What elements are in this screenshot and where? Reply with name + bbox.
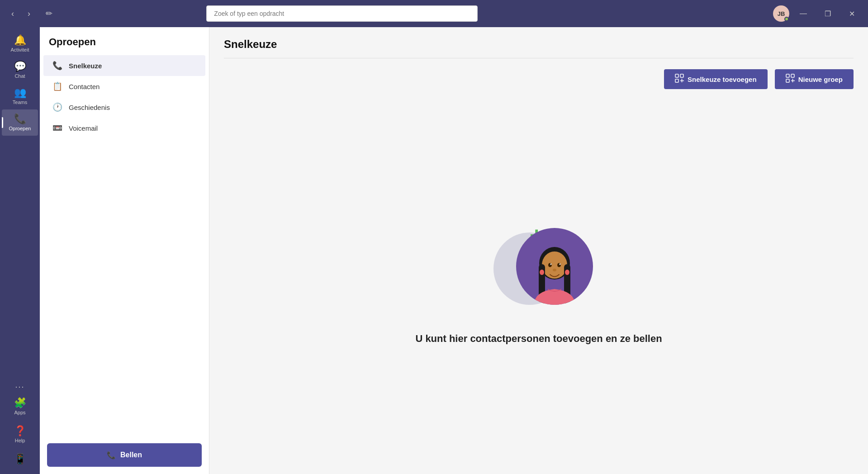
sidebar-item-device[interactable]: 📱 [2, 450, 38, 469]
close-button[interactable]: ✕ [842, 6, 863, 21]
help-icon: ❓ [14, 426, 26, 436]
oproepen-label: Oproepen [9, 126, 31, 131]
svg-rect-2 [675, 79, 678, 82]
svg-rect-0 [675, 74, 678, 77]
contacten-label: Contacten [69, 83, 100, 90]
main-content: Snelkeuze Snelkeuze toevoegen [209, 27, 868, 474]
menu-item-geschiedenis[interactable]: 🕐 Geschiedenis [43, 97, 205, 118]
forward-button[interactable]: › [22, 6, 36, 21]
title-bar: ‹ › ✏ JB — ❐ ✕ [0, 0, 868, 27]
svg-point-15 [565, 270, 569, 275]
phone-icon: 📞 [52, 61, 62, 71]
add-snelkeuze-icon [675, 74, 684, 85]
compose-button[interactable]: ✏ [42, 6, 56, 21]
nieuwe-groep-label: Nieuwe groep [798, 76, 843, 83]
geschiedenis-label: Geschiedenis [69, 104, 110, 111]
menu-item-contacten[interactable]: 📋 Contacten [43, 76, 205, 97]
apps-icon: 🧩 [14, 398, 26, 408]
content-header: Snelkeuze [209, 27, 868, 51]
voicemail-label: Voicemail [69, 124, 98, 132]
empty-illustration: + [484, 219, 593, 318]
add-groep-icon [786, 74, 795, 85]
bellen-button[interactable]: 📞 Bellen [47, 443, 202, 467]
device-icon: 📱 [14, 454, 26, 464]
svg-point-11 [542, 251, 567, 279]
icon-nav: 🔔 Activiteit 💬 Chat 👥 Teams 📞 Oproepen .… [0, 27, 40, 474]
help-label: Help [15, 438, 25, 443]
sidebar-item-teams[interactable]: 👥 Teams [2, 83, 38, 109]
title-bar-right: JB — ❐ ✕ [773, 5, 863, 22]
voicemail-icon: 📼 [52, 123, 62, 133]
content-actions: Snelkeuze toevoegen Nieuwe groep [209, 58, 868, 89]
nav-bottom: 🧩 Apps ❓ Help 📱 [2, 393, 38, 474]
bellen-label: Bellen [120, 451, 142, 459]
svg-rect-1 [680, 74, 683, 77]
sidebar-item-activiteit[interactable]: 🔔 Activiteit [2, 31, 38, 57]
svg-rect-7 [786, 79, 789, 82]
geschiedenis-icon: 🕐 [52, 102, 62, 112]
empty-state: + [209, 89, 868, 474]
teams-label: Teams [13, 100, 27, 105]
sidebar-item-apps[interactable]: 🧩 Apps [2, 393, 38, 420]
back-button[interactable]: ‹ [5, 6, 20, 21]
bell-icon: 🔔 [14, 35, 26, 45]
sidebar-title: Oproepen [40, 27, 209, 55]
snelkeuze-toevoegen-label: Snelkeuze toevoegen [688, 76, 757, 83]
nav-buttons: ‹ › [5, 6, 36, 21]
svg-point-14 [540, 270, 544, 275]
sidebar-footer: 📞 Bellen [40, 436, 209, 474]
avatar[interactable]: JB [773, 5, 789, 22]
phone-bellen-icon: 📞 [107, 451, 116, 460]
svg-point-18 [550, 263, 552, 265]
svg-rect-5 [786, 74, 789, 77]
svg-point-19 [560, 263, 561, 265]
page-title: Snelkeuze [224, 38, 854, 51]
contacten-icon: 📋 [52, 81, 62, 91]
menu-item-voicemail[interactable]: 📼 Voicemail [43, 118, 205, 138]
snelkeuze-label: Snelkeuze [69, 62, 102, 70]
chat-label: Chat [14, 73, 25, 79]
apps-label: Apps [14, 410, 25, 415]
chat-icon: 💬 [14, 62, 26, 71]
svg-rect-6 [791, 74, 794, 77]
nieuwe-groep-button[interactable]: Nieuwe groep [775, 69, 854, 89]
second-sidebar: Oproepen 📞 Snelkeuze 📋 Contacten 🕐 Gesch… [40, 27, 209, 474]
search-bar [206, 5, 478, 22]
front-circle [516, 228, 593, 305]
teams-icon: 👥 [14, 88, 26, 98]
avatar-status [784, 17, 789, 21]
activiteit-label: Activiteit [11, 47, 29, 52]
search-input[interactable] [206, 5, 478, 22]
sidebar-item-oproepen[interactable]: 📞 Oproepen [2, 109, 38, 136]
snelkeuze-toevoegen-button[interactable]: Snelkeuze toevoegen [664, 69, 768, 89]
oproepen-icon: 📞 [14, 114, 26, 124]
sidebar-item-help[interactable]: ❓ Help [2, 422, 38, 448]
restore-button[interactable]: ❐ [817, 6, 838, 21]
empty-state-text: U kunt hier contactpersonen toevoegen en… [415, 333, 662, 345]
sidebar-item-chat[interactable]: 💬 Chat [2, 57, 38, 83]
svg-point-20 [553, 269, 556, 271]
minimize-button[interactable]: — [793, 6, 814, 21]
menu-item-snelkeuze[interactable]: 📞 Snelkeuze [43, 55, 205, 76]
more-button[interactable]: ... [11, 377, 28, 393]
sidebar-menu: 📞 Snelkeuze 📋 Contacten 🕐 Geschiedenis 📼… [40, 55, 209, 138]
main-layout: 🔔 Activiteit 💬 Chat 👥 Teams 📞 Oproepen .… [0, 27, 868, 474]
